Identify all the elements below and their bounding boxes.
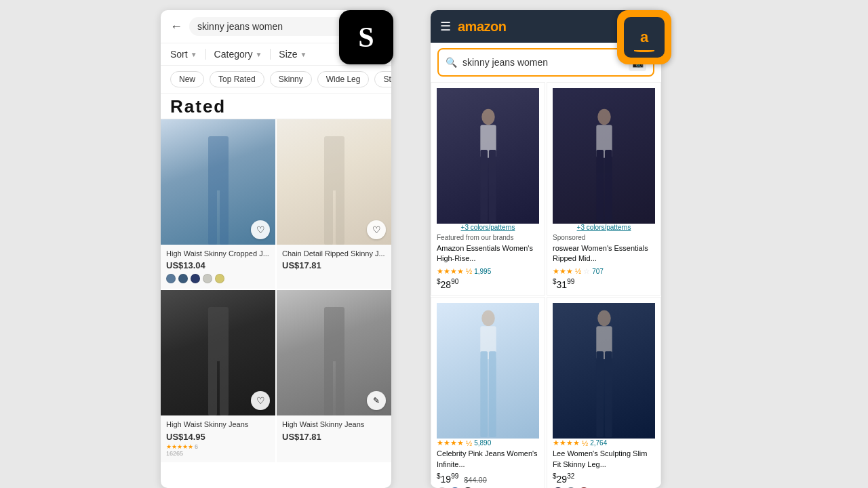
filter-divider-1	[205, 49, 206, 60]
review-count-a3[interactable]: 5,890	[474, 439, 491, 447]
tag-skinny[interactable]: Skinny	[270, 71, 312, 87]
category-filter-button[interactable]: Category ▼	[214, 49, 262, 60]
swatch[interactable]	[215, 274, 224, 283]
svg-rect-15	[488, 150, 496, 222]
svg-rect-8	[220, 348, 229, 415]
review-count-a4[interactable]: 2,764	[590, 439, 607, 447]
product-price-a3: $1999 $44.00	[437, 472, 539, 485]
product-figure-3	[188, 307, 249, 415]
filter-divider-2	[270, 49, 271, 60]
product-name-2: Chain Detail Ripped Skinny J...	[282, 249, 386, 258]
category-arrow-icon: ▼	[255, 51, 262, 58]
swatch[interactable]	[178, 274, 188, 283]
product-actions-1: ♡	[251, 220, 270, 239]
product-price-a1: $2890	[437, 278, 539, 290]
shein-panel: ← skinny jeans women ✕ Sort ▼ Category ▼…	[161, 10, 391, 488]
list-item[interactable]: ♡ High Waist Skinny Cropped J... US$13.0…	[161, 119, 275, 289]
review-count-3: 16265	[166, 450, 270, 457]
svg-rect-14	[480, 150, 488, 222]
product-info-1: High Waist Skinny Cropped J... US$13.04	[161, 245, 275, 289]
list-item[interactable]: +3 colors/patterns Sponsored roswear Wom…	[547, 82, 661, 296]
product-name-a4: Lee Women's Sculpting Slim Fit Skinny Le…	[553, 449, 655, 470]
amazon-product-image-3	[437, 303, 539, 439]
wishlist-button-1[interactable]: ♡	[251, 220, 270, 239]
product-figure-4	[304, 307, 365, 415]
shein-logo: S	[358, 21, 374, 54]
shein-products-grid: ♡ High Waist Skinny Cropped J... US$13.0…	[161, 119, 391, 462]
product-info-4: High Waist Skinny Jeans US$17.81	[277, 415, 391, 447]
wishlist-button-2[interactable]: ♡	[367, 220, 386, 239]
stars-3: ★★★★½ 5,890	[437, 439, 539, 447]
list-item[interactable]: ♡ High Waist Skinny Jeans US$14.95 ★★★★★…	[161, 290, 275, 462]
list-item[interactable]: ★★★★½ 5,890 Celebrity Pink Jeans Women's…	[431, 297, 545, 488]
product-actions-4: ✎	[367, 391, 386, 410]
size-filter-button[interactable]: Size ▼	[279, 49, 307, 60]
svg-rect-7	[208, 348, 217, 415]
product-price-a2: $3199	[553, 278, 655, 290]
tag-new[interactable]: New	[170, 71, 204, 87]
svg-rect-19	[604, 150, 612, 222]
amazon-figure-1	[462, 105, 513, 224]
search-text: skinny jeans women	[462, 57, 623, 68]
review-line-3: 6	[195, 443, 198, 450]
svg-rect-23	[488, 352, 496, 438]
shein-app-icon[interactable]: S	[339, 10, 393, 64]
search-text: skinny jeans women	[197, 21, 359, 32]
svg-rect-22	[480, 352, 488, 438]
product-image-1: ♡	[161, 119, 275, 245]
product-image-4: ✎	[277, 290, 391, 415]
product-name-a1: Amazon Essentials Women's High-Rise...	[437, 243, 539, 264]
svg-rect-10	[324, 348, 333, 415]
product-name-3: High Waist Skinny Jeans	[166, 420, 270, 429]
amazon-panel: ☰ amazon ⚬ 🔍 skinny jeans women 📷 +3 col…	[431, 10, 661, 488]
amazon-figure-2	[578, 105, 629, 224]
swatch[interactable]	[166, 274, 176, 283]
sort-filter-button[interactable]: Sort ▼	[170, 49, 197, 60]
size-arrow-icon: ▼	[300, 51, 307, 58]
list-item[interactable]: ✎ High Waist Skinny Jeans US$17.81	[277, 290, 391, 462]
svg-point-20	[481, 310, 495, 326]
tag-top-rated[interactable]: Top Rated	[210, 71, 264, 87]
amazon-smile-arrow	[634, 49, 654, 52]
original-price-a3: $44.00	[464, 476, 487, 484]
wishlist-button-3[interactable]: ♡	[251, 391, 270, 410]
amazon-product-image-4	[553, 303, 655, 439]
stars-4: ★★★★½ 2,764	[553, 439, 655, 447]
tag-wide-leg[interactable]: Wide Leg	[317, 71, 370, 87]
list-item[interactable]: ♡ Chain Detail Ripped Skinny J... US$17.…	[277, 119, 391, 289]
svg-rect-26	[596, 352, 604, 438]
svg-point-24	[597, 310, 611, 326]
badge-1: Featured from our brands	[437, 234, 539, 241]
svg-rect-5	[336, 177, 344, 245]
product-figure-1	[188, 136, 249, 245]
product-info-2: Chain Detail Ripped Skinny J... US$17.81	[277, 245, 391, 276]
product-image-3: ♡	[161, 290, 275, 415]
review-count-a2[interactable]: 707	[592, 268, 604, 275]
stars-1: ★★★★½ 1,995	[437, 267, 539, 276]
product-price-2: US$17.81	[282, 260, 386, 270]
product-price-3: US$14.95	[166, 432, 270, 442]
list-item[interactable]: ★★★★½ 2,764 Lee Women's Sculpting Slim F…	[547, 297, 661, 488]
product-price-4: US$17.81	[282, 432, 386, 442]
color-link-1[interactable]: +3 colors/patterns	[437, 224, 539, 231]
back-button[interactable]: ←	[170, 20, 182, 34]
color-link-2[interactable]: +3 colors/patterns	[553, 224, 655, 231]
svg-point-16	[597, 109, 610, 125]
list-item[interactable]: +3 colors/patterns Featured from our bra…	[431, 82, 545, 296]
tag-straight[interactable]: Straight	[374, 71, 391, 87]
svg-rect-4	[324, 177, 333, 245]
product-image-2: ♡	[277, 119, 391, 245]
swatch[interactable]	[203, 274, 212, 283]
review-count-a1[interactable]: 1,995	[474, 268, 491, 275]
size-label: Size	[279, 49, 297, 60]
hamburger-menu-button[interactable]: ☰	[440, 19, 451, 34]
amazon-logo-a: a	[640, 28, 648, 46]
svg-rect-18	[596, 150, 604, 222]
edit-button-4[interactable]: ✎	[367, 391, 386, 410]
amazon-app-icon[interactable]: a	[617, 10, 671, 64]
rated-badge-text: Rated	[170, 96, 226, 117]
product-name-a2: roswear Women's Essentials Ripped Mid...	[553, 243, 655, 264]
amazon-logo-inner: a	[624, 17, 665, 58]
product-figure-2	[304, 136, 365, 245]
swatch[interactable]	[191, 274, 200, 283]
